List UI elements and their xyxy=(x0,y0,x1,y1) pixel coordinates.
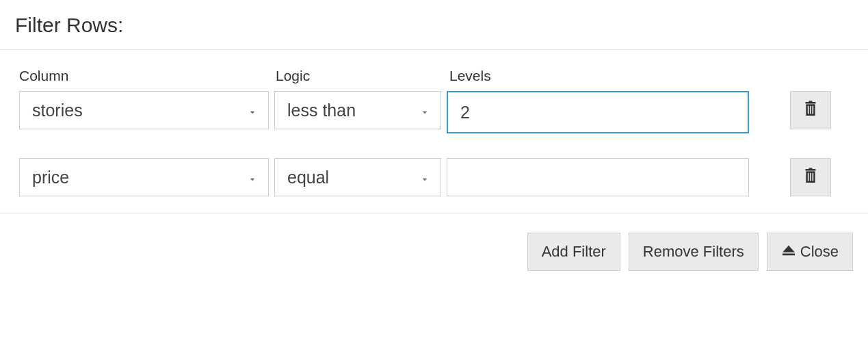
svg-rect-12 xyxy=(782,254,795,256)
add-filter-label: Add Filter xyxy=(542,243,606,261)
footer-buttons: Add Filter Remove Filters Close xyxy=(0,213,868,287)
column-select-value: stories xyxy=(32,101,83,120)
svg-rect-3 xyxy=(808,106,809,114)
column-select-value: price xyxy=(32,168,69,187)
logic-select-value: less than xyxy=(287,101,356,120)
chevron-down-icon xyxy=(248,101,257,120)
levels-input[interactable] xyxy=(447,158,749,196)
column-select[interactable]: stories xyxy=(19,91,269,129)
header-levels: Levels xyxy=(449,68,752,84)
logic-select[interactable]: less than xyxy=(274,91,441,129)
svg-rect-10 xyxy=(810,173,811,181)
header-logic: Logic xyxy=(276,68,443,84)
filters-container: Column Logic Levels stories less than xyxy=(0,50,868,213)
svg-rect-9 xyxy=(808,173,809,181)
logic-select-value: equal xyxy=(287,168,329,187)
eject-icon xyxy=(781,243,796,261)
filter-row: price equal xyxy=(19,158,849,196)
svg-rect-0 xyxy=(806,102,816,104)
svg-rect-1 xyxy=(809,101,813,102)
filter-row: stories less than xyxy=(19,91,849,133)
remove-filters-label: Remove Filters xyxy=(643,243,744,261)
chevron-down-icon xyxy=(420,168,430,187)
delete-row-button[interactable] xyxy=(790,158,831,196)
filter-header-row: Column Logic Levels xyxy=(19,68,849,91)
levels-input[interactable] xyxy=(447,91,749,133)
close-button[interactable]: Close xyxy=(767,233,853,271)
svg-rect-4 xyxy=(810,106,811,114)
svg-rect-5 xyxy=(813,106,814,114)
close-label: Close xyxy=(800,243,839,261)
logic-select[interactable]: equal xyxy=(274,158,441,196)
trash-icon xyxy=(804,168,817,187)
column-select[interactable]: price xyxy=(19,158,269,196)
page-title: Filter Rows: xyxy=(0,0,868,49)
chevron-down-icon xyxy=(420,101,430,120)
remove-filters-button[interactable]: Remove Filters xyxy=(629,233,759,271)
trash-icon xyxy=(804,101,817,120)
add-filter-button[interactable]: Add Filter xyxy=(527,233,620,271)
svg-rect-11 xyxy=(813,173,814,181)
svg-rect-6 xyxy=(806,169,816,171)
chevron-down-icon xyxy=(248,168,257,187)
header-column: Column xyxy=(19,68,269,84)
svg-rect-7 xyxy=(809,168,813,169)
delete-row-button[interactable] xyxy=(790,91,831,129)
